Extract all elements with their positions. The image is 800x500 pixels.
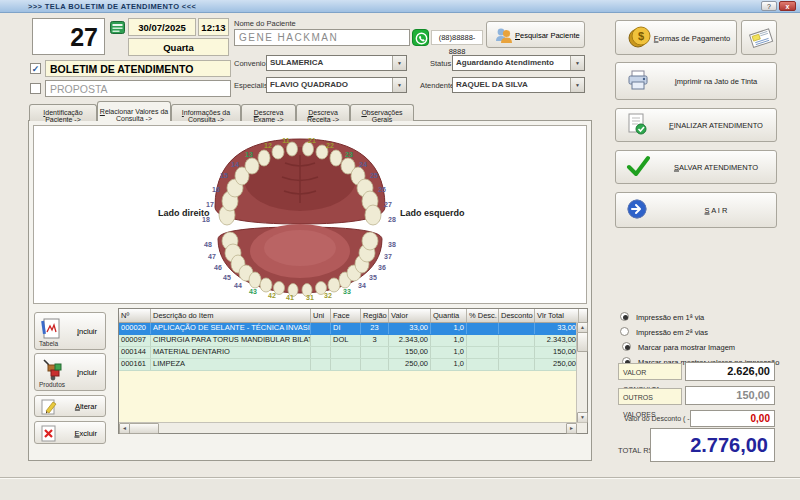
tooth-number[interactable]: 31 [306,294,314,301]
tooth-number[interactable]: 27 [384,201,392,208]
status-label: Status [430,59,451,68]
time-field: 12:13 [198,18,229,36]
tooth-number[interactable]: 33 [343,288,351,295]
grid-cell: 1,0 [431,323,467,334]
chevron-down-icon[interactable]: ▼ [570,78,584,92]
close-button[interactable]: x [779,1,796,11]
chevron-down-icon[interactable]: ▼ [392,78,406,92]
tab-observacoes-gerais[interactable]: Observações Gerais [350,104,414,121]
tooth-number[interactable]: 32 [324,292,332,299]
col-header: Descrição do Item [151,309,311,322]
tooth-number[interactable]: 11 [282,137,290,144]
tooth-number[interactable]: 44 [234,282,242,289]
desconto-value[interactable]: 0,00 [690,410,775,427]
tooth-number[interactable]: 35 [369,274,377,281]
tooth-number[interactable]: 26 [378,186,386,193]
coins-icon: $ [626,24,654,52]
formas-pagamento-button[interactable]: $ Formas de Pagamento [615,20,737,55]
tooth-number[interactable]: 16 [212,186,220,193]
excluir-button[interactable]: Excluir [34,421,106,444]
tooth-number[interactable]: 22 [326,142,334,149]
window-title: >>> TELA BOLETIM DE ATENDIMENTO <<< [28,2,196,11]
atendente-label: Atendente [420,81,454,90]
incluir-tabela-label: Incluir [77,327,97,336]
help-icon: ? [767,3,771,10]
grid-cell: 23 [361,323,389,334]
document-check-icon [626,112,648,138]
tab-descreva-receita[interactable]: Descreva Receita -> [296,104,350,121]
phone-field[interactable]: (88)88888-8888 [431,30,483,45]
right-side-label: Lado direito [158,208,210,218]
radio-impressao-2vias[interactable] [620,327,629,336]
imprimir-button[interactable]: Imprimir na Jato de Tinta [615,62,777,100]
receipt-icon [746,24,774,56]
tooth-number[interactable]: 13 [245,151,253,158]
alterar-button[interactable]: Alterar [34,395,106,417]
tooth-number[interactable]: 38 [388,241,396,248]
table-row[interactable]: 000144 MATERIAL DENTARIO 150,00 1,0 150,… [119,347,587,359]
tooth-number[interactable]: 36 [378,264,386,271]
atendente-select[interactable]: RAQUEL DA SILVA▼ [452,77,585,93]
grid-cell [467,335,499,346]
tooth-number[interactable]: 41 [286,294,294,301]
grid-cell: DI [331,323,361,334]
especialista-select[interactable]: FLAVIO QUADRADO▼ [266,77,407,93]
tooth-number[interactable]: 12 [264,142,272,149]
status-select[interactable]: Aguardando Atendimento▼ [452,55,585,71]
tooth-number[interactable]: 15 [220,172,228,179]
grid-cell [499,347,535,358]
tooth-number[interactable]: 47 [208,253,216,260]
grid-cell: 000097 [119,335,151,346]
finalizar-atendimento-button[interactable]: FINALIZAR ATENDIMENTO [615,108,777,142]
valor-consulta-value: 2.626,00 [685,362,775,381]
salvar-atendimento-button[interactable]: SALVAR ATENDIMENTO [615,150,777,184]
scrollbar-thumb[interactable] [577,332,588,352]
tooth-number[interactable]: 25 [370,172,378,179]
outros-valores-label: OUTROS VALORES [618,388,682,405]
convenio-select[interactable]: SULAMERICA▼ [266,55,407,71]
boletim-checkbox[interactable]: ✓ [30,63,41,74]
tooth-number[interactable]: 42 [268,292,276,299]
sair-button[interactable]: S A I R [615,192,777,228]
chevron-down-icon[interactable]: ▼ [570,56,584,70]
patient-name-input[interactable]: GENE HACKMAN [234,29,410,46]
grid-cell: CIRURGIA PARA TORUS MANDIBULAR BILATERAL [151,335,311,346]
tooth-number[interactable]: 28 [388,216,396,223]
table-row[interactable]: 000161 LIMPEZA 250,00 1,0 250,00 [119,359,587,371]
tab-identificacao-paciente[interactable]: Identificação Paciente -> [29,104,97,121]
tooth-number[interactable]: 43 [249,288,257,295]
tab-informacoes-consulta[interactable]: Informações da Consulta -> [171,104,241,121]
tab-descreva-exame[interactable]: Descreva Exame -> [241,104,296,121]
table-row[interactable]: 000020 APLICAÇÃO DE SELANTE - TÉCNICA IN… [119,323,587,335]
tooth-number[interactable]: 17 [206,201,214,208]
recibo-button[interactable] [741,20,777,55]
scrollbar-thumb[interactable] [129,423,159,434]
tab-relacionar-valores[interactable]: Relacionar Valores da Consulta -> [97,101,171,121]
horizontal-scrollbar[interactable]: ◄ ► [119,422,587,433]
alterar-label: Alterar [75,402,97,411]
help-button[interactable]: ? [761,1,777,11]
sair-label: S A I R [660,206,772,215]
tooth-number[interactable]: 34 [358,282,366,289]
search-patient-button[interactable]: Pesquisar Paciente [486,21,585,48]
tooth-number[interactable]: 48 [204,241,212,248]
scroll-right-icon[interactable]: ► [566,423,577,434]
grid-cell: 2.343,00 [389,335,431,346]
radio-mostrar-imagem[interactable] [622,342,631,351]
tooth-number[interactable]: 21 [308,137,316,144]
table-row[interactable]: 000097 CIRURGIA PARA TORUS MANDIBULAR BI… [119,335,587,347]
chevron-down-icon[interactable]: ▼ [392,56,406,70]
incluir-tabela-button[interactable]: Incluir Tabela [34,312,106,350]
proposta-checkbox[interactable] [30,83,41,94]
attendance-number-field[interactable]: 27 [32,18,105,55]
tooth-number[interactable]: 45 [223,274,231,281]
whatsapp-icon[interactable] [412,29,429,46]
tooth-number[interactable]: 14 [231,161,239,168]
tooth-number[interactable]: 37 [384,253,392,260]
vertical-scrollbar[interactable]: ▲ ▼ [576,322,587,423]
tooth-number[interactable]: 24 [359,161,367,168]
tooth-number[interactable]: 46 [214,264,222,271]
incluir-produtos-button[interactable]: Incluir Produtos [34,353,106,391]
tooth-number[interactable]: 23 [345,151,353,158]
radio-impressao-1via[interactable] [620,312,629,321]
